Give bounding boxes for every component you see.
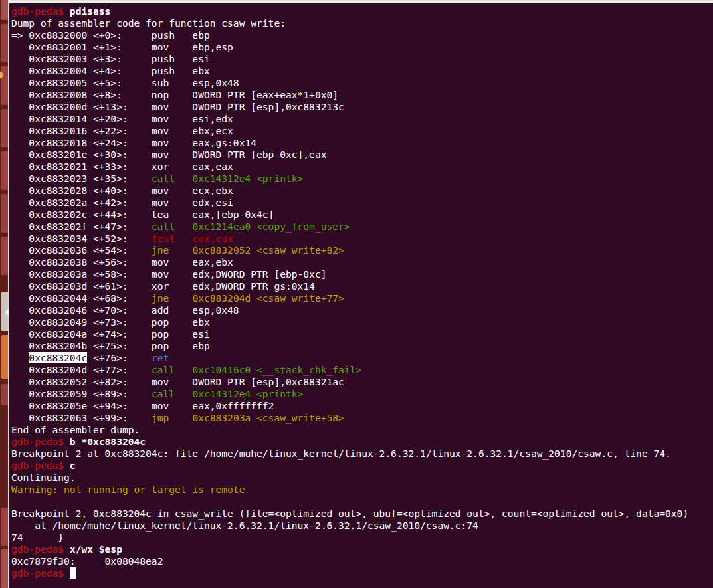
text-segment: 0xc8832008 <+8>: nop DWORD PTR [eax+eax*… <box>11 89 338 100</box>
terminal-line: 0xc8832044 <+68>: jne 0xc883204d <csaw_w… <box>11 292 713 304</box>
prompt: gdb-peda$ <box>11 5 64 17</box>
terminal-line: 0xc7879f30: 0x08048ea2 <box>11 555 713 567</box>
text-segment: call 0xc14312e4 <printk> <box>152 388 303 399</box>
text-segment: Breakpoint 2 at 0xc883204c: file /home/m… <box>11 448 671 459</box>
text-segment: 0xc883203d <+61>: xor edx,DWORD PTR gs:0… <box>11 280 315 292</box>
terminal-line: 0xc883204a <+74>: pop esi <box>11 328 713 340</box>
text-segment: 0xc8832038 <+56>: mov eax,ebx <box>11 256 233 268</box>
text-segment: x/wx $esp <box>64 543 122 555</box>
terminal-line: 0xc8832023 <+35>: call 0xc14312e4 <print… <box>11 173 713 185</box>
terminal-line: 0xc8832034 <+52>: test eax,eax <box>11 233 713 245</box>
terminal-line: 0xc883205e <+94>: mov eax,0xfffffff2 <box>11 400 713 412</box>
text-segment: call 0xc10416c0 <__stack_chk_fail> <box>152 364 361 375</box>
unity-launcher[interactable] <box>0 0 8 588</box>
terminal-line: gdb-peda$ x/wx $esp <box>11 543 713 555</box>
text-segment: 0xc8832046 <+70>: add esp,0x48 <box>11 304 239 316</box>
terminal-line: 0xc883201e <+30>: mov DWORD PTR [ebp-0xc… <box>11 149 713 161</box>
terminal-line <box>11 496 713 508</box>
terminal-line: 0xc883202c <+44>: lea eax,[ebp-0x4c] <box>11 209 713 221</box>
text-segment: 0xc8832005 <+5>: sub esp,0x48 <box>11 77 239 88</box>
terminal-line: 0xc8832052 <+82>: mov DWORD PTR [esp],0x… <box>11 376 713 388</box>
text-segment: Continuing. <box>11 472 76 483</box>
text-segment: call 0xc1214ea0 <copy_from_user> <box>152 221 350 232</box>
terminal-line: gdb-peda$ b *0xc883204c <box>11 436 713 448</box>
terminal-line: 0xc8832016 <+22>: mov ebx,ecx <box>11 125 713 137</box>
prompt: gdb-peda$ <box>11 436 64 447</box>
text-segment: pdisass <box>64 5 110 17</box>
terminal-line: 0xc883203d <+61>: xor edx,DWORD PTR gs:0… <box>11 280 713 292</box>
terminal-line: => 0xc8832000 <+0>: push ebp <box>11 29 713 41</box>
launcher-item[interactable] <box>1 384 8 405</box>
terminal-line: 0xc883203a <+58>: mov edx,DWORD PTR [ebp… <box>11 268 713 280</box>
text-segment <box>64 567 70 579</box>
terminal-line: 0xc8832003 <+3>: push esi <box>11 53 713 65</box>
text-segment: 0xc883202a <+42>: mov edx,esi <box>11 197 233 208</box>
text-segment: 0xc8832018 <+24>: mov eax,gs:0x14 <box>11 137 256 148</box>
launcher-item[interactable] <box>1 24 8 62</box>
launcher-item[interactable] <box>1 237 8 275</box>
launcher-item[interactable] <box>1 508 8 546</box>
text-segment: 0xc883202c <+44>: lea eax,[ebp-0x4c] <box>11 209 274 220</box>
launcher-item[interactable] <box>1 109 8 147</box>
text-segment: 0xc8832034 <+52>: <box>11 233 152 244</box>
terminal-line: 0xc8832014 <+20>: mov esi,edx <box>11 113 713 125</box>
terminal-line: 0xc8832021 <+33>: xor eax,eax <box>11 161 713 173</box>
prompt: gdb-peda$ <box>11 543 64 555</box>
text-segment: jmp 0xc883203a <csaw_write+58> <box>152 412 344 423</box>
terminal-line: 0xc883202a <+42>: mov edx,esi <box>11 197 713 209</box>
text-segment: 0xc883204a <+74>: pop esi <box>11 328 210 340</box>
terminal-line: 0xc883204d <+77>: call 0xc10416c0 <__sta… <box>11 364 713 376</box>
cursor <box>70 567 76 579</box>
text-segment: 0xc8832059 <+89>: <box>11 388 152 399</box>
terminal-output[interactable]: gdb-peda$ pdisassDump of assembler code … <box>9 3 713 588</box>
text-segment: Dump of assembler code for function csaw… <box>11 17 286 29</box>
text-segment: 0xc8832028 <+40>: mov ecx,ebx <box>11 185 233 196</box>
terminal-line: 0xc8832004 <+4>: push ebx <box>11 65 713 77</box>
text-segment: 74 } <box>11 532 64 543</box>
text-segment: Warning: not running or target is remote <box>11 484 245 495</box>
terminal-line: 0xc8832036 <+54>: jne 0xc8832052 <csaw_w… <box>11 245 713 256</box>
terminal-line: 0xc883204b <+75>: pop ebp <box>11 340 713 352</box>
focused-app-arrow-icon <box>5 309 9 316</box>
terminal-line: 0xc8832063 <+99>: jmp 0xc883203a <csaw_w… <box>11 412 713 424</box>
text-segment: test eax,eax <box>152 233 233 244</box>
text-segment: b *0xc883204c <box>64 436 146 447</box>
text-segment: 0xc8832016 <+22>: mov ebx,ecx <box>11 125 233 136</box>
text-segment: 0xc883202f <+47>: <box>11 221 152 232</box>
text-segment: 0xc8832049 <+73>: pop ebx <box>11 316 210 328</box>
terminal-line: Dump of assembler code for function csaw… <box>11 17 713 29</box>
terminal-window-top-edge <box>8 0 713 3</box>
terminal-line: 0xc883204c <+76>: ret <box>11 352 713 364</box>
text-segment: call 0xc14312e4 <printk> <box>152 173 303 184</box>
text-segment: at /home/muhe/linux_kernel/linux-2.6.32.… <box>11 520 478 531</box>
terminal-line: 74 } <box>11 532 713 543</box>
terminal-line: 0xc883202f <+47>: call 0xc1214ea0 <copy_… <box>11 221 713 233</box>
text-segment: jne 0xc883204d <csaw_write+77> <box>152 292 344 304</box>
launcher-item[interactable] <box>1 0 8 20</box>
terminal-window-left-border <box>8 0 9 588</box>
prompt: gdb-peda$ <box>11 567 64 579</box>
text-segment: 0xc8832021 <+33>: xor eax,eax <box>11 161 233 172</box>
launcher-item[interactable] <box>1 335 8 379</box>
text-segment: <+76>: <box>87 352 152 363</box>
terminal-line: 0xc8832028 <+40>: mov ecx,ebx <box>11 185 713 197</box>
text-segment: 0xc8832014 <+20>: mov esi,edx <box>11 113 233 124</box>
text-segment: Breakpoint 2, 0xc883204c in csaw_write (… <box>11 508 688 519</box>
prompt: gdb-peda$ <box>11 460 64 471</box>
text-segment: End of assembler dump. <box>11 424 140 435</box>
terminal-line: at /home/muhe/linux_kernel/linux-2.6.32.… <box>11 520 713 532</box>
text-segment: 0xc883201e <+30>: mov DWORD PTR [ebp-0xc… <box>11 149 326 160</box>
terminal-line: 0xc8832001 <+1>: mov ebp,esp <box>11 41 713 53</box>
terminal-line: gdb-peda$ <box>11 567 713 579</box>
text-segment: 0xc8832052 <+82>: mov DWORD PTR [esp],0x… <box>11 376 344 387</box>
launcher-item[interactable] <box>1 151 8 190</box>
launcher-item[interactable] <box>1 549 8 588</box>
terminal-line: Breakpoint 2 at 0xc883204c: file /home/m… <box>11 448 713 460</box>
text-segment: ret <box>152 352 169 363</box>
terminal-line: Continuing. <box>11 472 713 484</box>
launcher-item[interactable] <box>1 194 8 233</box>
text-segment: 0xc8832044 <+68>: <box>11 292 152 304</box>
text-segment: 0xc883204c <box>29 352 87 363</box>
terminal-line: 0xc883200d <+13>: mov DWORD PTR [esp],0x… <box>11 101 713 113</box>
terminal-line: gdb-peda$ c <box>11 460 713 472</box>
